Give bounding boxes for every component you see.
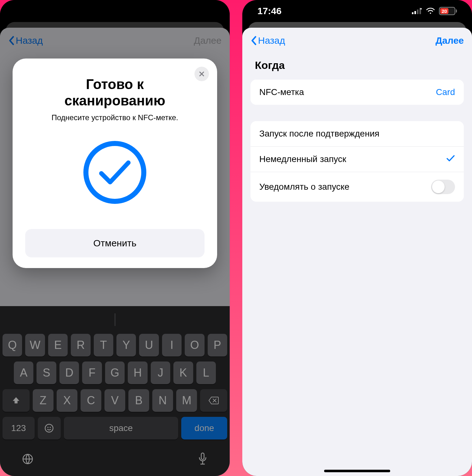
cancel-button[interactable]: Отменить [25, 229, 205, 257]
home-indicator[interactable] [324, 470, 390, 472]
option-label: Запуск после подтверждения [259, 129, 379, 139]
checkmark-icon [446, 154, 455, 164]
battery-percent: 20 [440, 8, 448, 14]
status-bar: 17:46 20 [242, 0, 472, 22]
notify-toggle[interactable] [431, 180, 455, 194]
option-label: Немедленный запуск [259, 154, 346, 164]
sheet: Назад Далее Когда NFC-метка Card Запуск … [242, 28, 472, 476]
back-label: Назад [258, 35, 285, 46]
close-icon [199, 71, 205, 77]
phone-left: Назад Далее Q W E R T Y U I O P A S D F [0, 0, 230, 476]
modal-subtitle: Поднесите устройство к NFC-метке. [52, 113, 178, 122]
option-run-immediately[interactable]: Немедленный запуск [250, 146, 464, 172]
phone-right: 17:46 20 [242, 0, 472, 476]
option-run-after-confirm[interactable]: Запуск после подтверждения [250, 121, 464, 146]
svg-point-9 [420, 8, 422, 9]
modal-title: Готово ксканированию [65, 76, 165, 109]
svg-rect-7 [417, 9, 419, 14]
nfc-label: NFC-метка [259, 87, 304, 97]
battery-indicator: 20 [439, 7, 457, 15]
status-time: 17:46 [257, 6, 282, 16]
close-button[interactable] [194, 67, 209, 81]
nfc-value: Card [436, 87, 455, 97]
next-button[interactable]: Далее [435, 35, 464, 46]
nfc-tag-group: NFC-метка Card [250, 80, 464, 105]
nfc-scan-modal: Готово ксканированию Поднесите устройств… [13, 59, 217, 268]
checkmark-icon [98, 158, 132, 187]
svg-rect-5 [412, 12, 413, 14]
svg-rect-6 [414, 11, 416, 14]
chevron-left-icon [250, 36, 257, 45]
section-title-when: Когда [242, 52, 472, 76]
options-group: Запуск после подтверждения Немедленный з… [250, 121, 464, 202]
back-button[interactable]: Назад [250, 35, 285, 46]
cellular-icon [412, 8, 422, 14]
wifi-icon [426, 8, 435, 14]
ready-check-circle [83, 141, 146, 204]
option-notify-on-run: Уведомлять о запуске [250, 172, 464, 202]
nfc-tag-row[interactable]: NFC-метка Card [250, 80, 464, 105]
option-label: Уведомлять о запуске [259, 182, 349, 192]
